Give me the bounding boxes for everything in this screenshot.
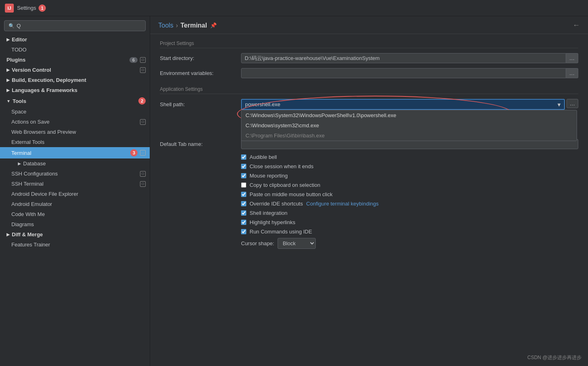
sidebar-item-todo[interactable]: TODO	[0, 45, 150, 55]
env-variables-input[interactable]	[241, 68, 566, 78]
chevron-down-icon: ▼	[556, 101, 562, 107]
search-input[interactable]	[17, 23, 141, 29]
sidebar-item-label: Space	[11, 109, 26, 115]
sidebar-item-android-emulator[interactable]: Android Emulator	[0, 199, 150, 209]
sidebar-item-web-browsers[interactable]: Web Browsers and Preview	[0, 127, 150, 137]
sidebar-item-ssh-terminal[interactable]: SSH Terminal □	[0, 179, 150, 189]
sidebar-item-database[interactable]: ▶ Database	[0, 158, 150, 169]
sidebar-item-actions-on-save[interactable]: Actions on Save □	[0, 117, 150, 127]
content-body: Project Settings Start directory: … Envi…	[150, 34, 588, 260]
copy-clipboard-label: Copy to clipboard on selection	[250, 182, 320, 188]
title-bar: IJ Settings 1	[0, 0, 588, 16]
start-directory-input[interactable]	[241, 53, 566, 63]
shell-integration-label: Shell integration	[250, 210, 287, 216]
sidebar-item-label: Code With Me	[11, 211, 45, 217]
sidebar-item-label: Build, Execution, Deployment	[12, 77, 86, 83]
shell-path-browse-btn[interactable]: …	[566, 99, 578, 108]
sidebar-item-plugins[interactable]: Plugins 6 □	[0, 55, 150, 65]
sidebar-item-label: Terminal	[11, 150, 31, 156]
app-settings-label: Application Settings	[160, 86, 578, 94]
env-variables-browse-btn[interactable]: …	[566, 68, 578, 78]
breadcrumb-separator: ›	[176, 22, 178, 29]
cursor-shape-select[interactable]: Block Underline Vertical	[278, 238, 316, 249]
shell-path-dropdown-menu: C:\Windows\System32\WindowsPowerShell\v1…	[241, 110, 577, 141]
dropdown-item-powershell[interactable]: C:\Windows\System32\WindowsPowerShell\v1…	[241, 110, 577, 120]
sidebar-item-label: Diff & Merge	[12, 231, 43, 238]
close-session-label: Close session when it ends	[250, 163, 314, 169]
start-directory-label: Start directory:	[160, 55, 241, 61]
sidebar-item-label: SSH Configurations	[11, 171, 58, 177]
highlight-hyperlinks-checkbox[interactable]	[241, 220, 246, 225]
mouse-reporting-label: Mouse reporting	[250, 173, 288, 179]
sync-icon: □	[140, 119, 146, 125]
sidebar-item-label: Android Emulator	[11, 201, 52, 207]
dropdown-item-cmd[interactable]: C:\Windows\system32\cmd.exe	[241, 120, 577, 131]
chevron-right-icon: ▶	[6, 37, 10, 42]
sidebar-item-diagrams[interactable]: Diagrams	[0, 219, 150, 229]
chevron-right-icon: ▶	[6, 88, 10, 92]
sidebar-item-tools[interactable]: ▼ Tools 2	[0, 95, 150, 107]
configure-keybindings-link[interactable]: Configure terminal keybindings	[306, 201, 379, 207]
sidebar-item-label: Actions on Save	[11, 119, 50, 125]
mouse-reporting-checkbox[interactable]	[241, 173, 246, 178]
breadcrumb: Tools › Terminal 📌	[158, 22, 217, 29]
cursor-shape-row: Cursor shape: Block Underline Vertical	[160, 238, 578, 249]
override-shortcuts-row: Override IDE shortcuts Configure termina…	[160, 201, 578, 207]
sidebar-item-editor[interactable]: ▶ Editor	[0, 34, 150, 45]
breadcrumb-tools[interactable]: Tools	[158, 22, 173, 29]
project-settings-label: Project Settings	[160, 41, 578, 48]
sidebar-item-ssh-config[interactable]: SSH Configurations □	[0, 169, 150, 179]
sidebar-item-languages[interactable]: ▶ Languages & Frameworks	[0, 85, 150, 95]
paste-middle-label: Paste on middle mouse button click	[250, 191, 333, 197]
sidebar-item-features-trainer[interactable]: Features Trainer	[0, 240, 150, 250]
start-directory-browse-btn[interactable]: …	[566, 53, 578, 63]
shell-path-row: Shell path: powershell.exe ▼ C:\Windows\…	[160, 99, 578, 110]
audible-bell-label: Audible bell	[250, 154, 277, 160]
pin-icon: 📌	[210, 22, 217, 28]
cursor-shape-label: Cursor shape:	[241, 240, 274, 246]
default-tab-name-label: Default Tab name:	[160, 141, 241, 147]
copy-clipboard-row: Copy to clipboard on selection	[160, 182, 578, 188]
sidebar-item-terminal[interactable]: Terminal 3 □	[0, 147, 150, 158]
shell-integration-checkbox[interactable]	[241, 210, 246, 216]
env-variables-label: Environment variables:	[160, 70, 241, 76]
sidebar-item-version-control[interactable]: ▶ Version Control □	[0, 65, 150, 75]
highlight-hyperlinks-row: Highlight hyperlinks	[160, 219, 578, 225]
sidebar-item-label: Languages & Frameworks	[12, 87, 78, 93]
sidebar: 🔍 ▶ Editor TODO Plugins 6 □ ▶ Version Co…	[0, 16, 150, 366]
search-box[interactable]: 🔍	[4, 20, 146, 31]
chevron-down-icon: ▼	[6, 99, 11, 103]
search-icon: 🔍	[9, 23, 15, 29]
sidebar-item-android-device[interactable]: Android Device File Explorer	[0, 189, 150, 199]
title-badge: 1	[39, 4, 46, 12]
shell-integration-row: Shell integration	[160, 210, 578, 216]
main-layout: 🔍 ▶ Editor TODO Plugins 6 □ ▶ Version Co…	[0, 16, 588, 366]
shell-path-dropdown-container: powershell.exe ▼ C:\Windows\System32\Win…	[241, 99, 565, 110]
sidebar-item-diff-merge[interactable]: ▶ Diff & Merge	[0, 229, 150, 240]
override-shortcuts-checkbox[interactable]	[241, 201, 246, 206]
close-session-row: Close session when it ends	[160, 163, 578, 169]
title-bar-text: Settings	[17, 5, 36, 11]
sidebar-item-label: Android Device File Explorer	[11, 191, 78, 197]
chevron-right-icon: ▶	[6, 232, 10, 237]
content-header: Tools › Terminal 📌 ←	[150, 16, 588, 34]
sidebar-item-external-tools[interactable]: External Tools	[0, 137, 150, 147]
start-directory-input-group: …	[241, 53, 578, 63]
audible-bell-checkbox[interactable]	[241, 154, 246, 160]
tools-badge: 2	[138, 97, 146, 105]
sidebar-item-space[interactable]: Space	[0, 107, 150, 117]
run-commands-checkbox[interactable]	[241, 229, 246, 234]
paste-middle-checkbox[interactable]	[241, 192, 246, 197]
shell-path-input[interactable]: powershell.exe ▼	[241, 99, 565, 110]
dropdown-item-bash[interactable]: C:\Program Files\Git\bin\bash.exe	[241, 131, 577, 141]
sidebar-item-code-with-me[interactable]: Code With Me	[0, 209, 150, 219]
env-variables-input-group: …	[241, 68, 578, 78]
terminal-badge: 3	[130, 149, 138, 156]
shell-path-label: Shell path:	[160, 101, 241, 107]
close-session-checkbox[interactable]	[241, 164, 246, 169]
chevron-right-icon: ▶	[6, 78, 10, 82]
run-commands-row: Run Commands using IDE	[160, 229, 578, 235]
back-button[interactable]: ←	[573, 21, 580, 30]
sidebar-item-build[interactable]: ▶ Build, Execution, Deployment	[0, 75, 150, 85]
copy-clipboard-checkbox[interactable]	[241, 182, 246, 188]
